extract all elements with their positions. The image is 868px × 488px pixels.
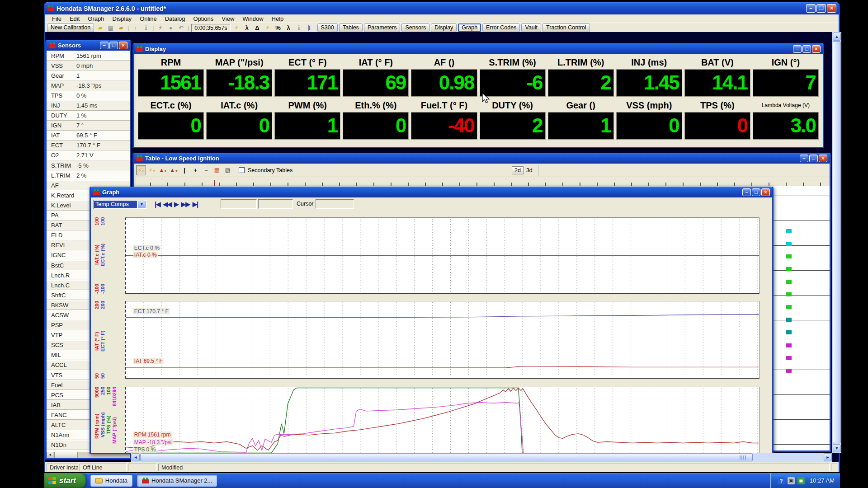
table-toolbar-icon[interactable]: ▲₂ — [169, 165, 179, 175]
menu-item[interactable]: Window — [238, 15, 267, 23]
sensor-row[interactable]: VSS 0 mph — [47, 61, 130, 70]
table-toolbar-icon[interactable]: ▧ — [223, 165, 233, 175]
restore-button[interactable]: ❐ — [816, 4, 826, 13]
table-toolbar-icon[interactable]: ⚡₁ — [136, 165, 146, 175]
toolbar-window-button[interactable]: Sensors — [401, 23, 429, 32]
menu-item[interactable]: Help — [268, 15, 288, 23]
toolbar-icon[interactable]: ↶ — [176, 23, 186, 32]
start-button[interactable]: start — [44, 473, 86, 488]
sensor-row[interactable]: DUTY 1 % — [47, 111, 130, 121]
scroll-right-icon[interactable]: ► — [824, 453, 832, 461]
chevron-down-icon[interactable]: ▼ — [138, 201, 146, 208]
menu-item[interactable]: Graph — [84, 15, 108, 23]
maximize-button[interactable]: □ — [109, 42, 118, 49]
sensor-row[interactable]: RPM 1561 rpm — [47, 51, 130, 61]
display-titlebar[interactable]: Display – □ × — [134, 43, 823, 54]
graph-titlebar[interactable]: Graph – □ × — [91, 187, 772, 197]
graph-nav-button[interactable]: ▶| — [192, 200, 198, 208]
toolbar-window-button[interactable]: Display — [431, 23, 457, 32]
toolbar-icon[interactable]: λ — [284, 23, 293, 32]
toolbar-window-button[interactable]: Graph — [458, 23, 481, 32]
toolbar-window-button[interactable]: Error Codes — [482, 23, 520, 32]
toolbar-icon[interactable]: ● — [166, 23, 175, 32]
sensor-row[interactable]: INJ 1.45 ms — [47, 100, 130, 110]
toolbar-icon[interactable]: ↑ — [131, 23, 140, 32]
scroll-down-icon[interactable]: ▼ — [833, 444, 841, 452]
minimize-button[interactable]: – — [742, 188, 751, 196]
view-3d-button[interactable]: 3d — [524, 167, 534, 174]
close-button[interactable]: × — [827, 4, 836, 13]
graph-preset-select[interactable]: Temp Comps ▼ — [93, 200, 146, 209]
toolbar-icon[interactable]: | — [151, 23, 155, 32]
sensor-row[interactable]: ECT 170.7 ° F — [47, 141, 130, 150]
network-tray-icon[interactable]: ◉ — [797, 477, 805, 484]
close-button[interactable]: × — [812, 45, 821, 53]
graph-nav-button[interactable]: ▶ — [174, 200, 179, 208]
vertical-scrollbar[interactable]: ▲ ▼ — [832, 32, 841, 453]
scroll-left-icon[interactable]: ◄ — [132, 453, 140, 461]
toolbar-icon[interactable]: ℹ — [294, 23, 304, 32]
menu-item[interactable]: Online — [136, 15, 161, 23]
scroll-thumb[interactable] — [140, 453, 753, 461]
menu-item[interactable]: File — [48, 15, 66, 23]
view-2d-button[interactable]: 2d — [512, 166, 524, 174]
sensor-row[interactable]: S.TRIM -5 % — [47, 160, 130, 170]
table-toolbar-icon[interactable]: ▲₁ — [158, 165, 168, 175]
minimize-button[interactable]: – — [100, 42, 108, 49]
maximize-button[interactable]: □ — [809, 155, 818, 162]
close-button[interactable]: × — [761, 188, 770, 196]
scroll-thumb[interactable] — [54, 452, 78, 458]
toolbar-icon[interactable]: | — [187, 23, 190, 32]
toolbar-icon[interactable]: ▦ — [106, 23, 115, 32]
sensor-row[interactable]: TPS 0 % — [47, 90, 130, 100]
toolbar-icon[interactable]: Δ — [253, 23, 262, 32]
toolbar-icon[interactable]: ▰ — [116, 23, 126, 32]
sensors-titlebar[interactable]: Sensors – □ × — [47, 40, 130, 51]
toolbar-window-button[interactable]: Parameters — [364, 23, 401, 32]
close-button[interactable]: × — [119, 42, 127, 49]
sensor-row[interactable]: MAP -18.3 "/ps — [47, 80, 130, 90]
toolbar-icon[interactable]: ℹ — [141, 23, 151, 32]
plot-area[interactable]: ECT 170.7 ° FIAT 69.5 ° F — [125, 301, 760, 379]
menu-item[interactable]: View — [217, 15, 238, 23]
toolbar-icon[interactable]: ⚡ — [232, 23, 241, 32]
toolbar-window-button[interactable]: Traction Control — [542, 23, 590, 32]
toolbar-icon[interactable]: ⚡ — [156, 23, 165, 32]
toolbar-window-button[interactable]: Tables — [339, 23, 363, 32]
toolbar-icon[interactable]: | — [127, 23, 130, 32]
table-toolbar-icon[interactable]: | — [179, 165, 189, 175]
toolbar-icon[interactable]: % — [274, 23, 283, 32]
table-toolbar-icon[interactable]: ⚡₂ — [147, 165, 157, 175]
toolbar-icon[interactable]: λ — [242, 23, 252, 32]
main-titlebar[interactable]: Hondata SManager 2.6.6.0 - untitled* – ❐… — [45, 2, 839, 14]
maximize-button[interactable]: □ — [752, 188, 760, 196]
minimize-button[interactable]: – — [806, 4, 816, 13]
table-toolbar-icon[interactable]: ▦ — [212, 165, 222, 175]
menu-item[interactable]: Datalog — [161, 15, 189, 23]
maximize-button[interactable]: □ — [802, 45, 811, 53]
help-tray-icon[interactable]: ? — [778, 477, 785, 484]
new-calibration-button[interactable]: New Calibration — [47, 23, 94, 32]
toolbar-window-button[interactable]: S300 — [317, 23, 338, 32]
horizontal-scrollbar[interactable]: ◄ ► — [131, 453, 832, 462]
sensor-row[interactable]: IAT 69.5 ° F — [47, 131, 130, 141]
plot-area[interactable]: RPM 1561 rpmMAP -18.3 "/psiTPS 0 % — [125, 387, 760, 454]
minimize-button[interactable]: – — [793, 45, 802, 53]
minimize-button[interactable]: – — [800, 155, 808, 162]
scroll-left-icon[interactable]: ◄ — [47, 452, 53, 458]
sensor-row[interactable]: Gear 1 — [47, 70, 130, 80]
table-titlebar[interactable]: Table - Low Speed Ignition – □ × — [134, 153, 830, 164]
toolbar-icon[interactable]: ᛒ — [305, 23, 314, 32]
scroll-up-icon[interactable]: ▲ — [833, 33, 841, 41]
graph-nav-button[interactable]: ▶▶ — [181, 200, 189, 208]
sensor-row[interactable]: L.TRIM 2 % — [47, 170, 130, 180]
taskbar-button[interactable]: Hondata — [90, 475, 132, 487]
display-tray-icon[interactable]: ▣ — [788, 477, 795, 484]
toolbar-icon[interactable]: ▰ — [95, 23, 105, 32]
close-button[interactable]: × — [819, 155, 827, 162]
plot-area[interactable]: ECT.c 0 %IAT.c 0 % — [125, 217, 760, 294]
menu-item[interactable]: Edit — [66, 15, 84, 23]
secondary-tables-checkbox[interactable] — [239, 167, 245, 173]
menu-item[interactable]: Options — [189, 15, 218, 23]
menu-item[interactable]: Display — [108, 15, 136, 23]
